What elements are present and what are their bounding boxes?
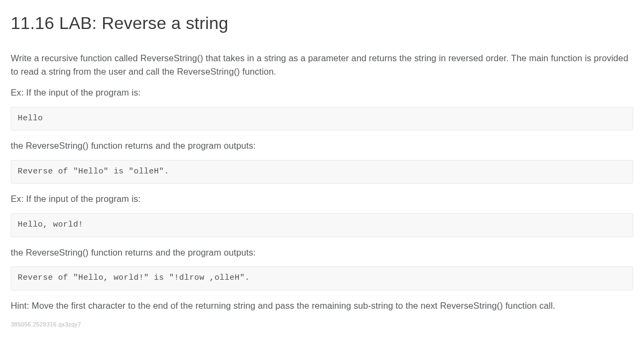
example2-input-label: Ex: If the input of the program is: bbox=[11, 192, 633, 206]
page-title: 11.16 LAB: Reverse a string bbox=[11, 13, 633, 33]
intro-paragraph: Write a recursive function called Revers… bbox=[11, 52, 633, 78]
example2-output-label: the ReverseString() function returns and… bbox=[11, 246, 633, 259]
footer-identifier: 385056.2528316.qx3zqy7 bbox=[11, 320, 633, 329]
example1-input-label: Ex: If the input of the program is: bbox=[11, 86, 633, 99]
example2-output-code: Reverse of "Hello, world!" is "!dlrow ,o… bbox=[11, 266, 633, 290]
lab-instructions: 11.16 LAB: Reverse a string Write a recu… bbox=[0, 0, 644, 339]
example1-output-label: the ReverseString() function returns and… bbox=[11, 139, 633, 152]
example1-output-code: Reverse of "Hello" is "olleH". bbox=[11, 160, 633, 184]
example1-input-code: Hello bbox=[11, 107, 633, 131]
example2-input-code: Hello, world! bbox=[11, 213, 633, 237]
hint-paragraph: Hint: Move the first character to the en… bbox=[11, 299, 633, 312]
